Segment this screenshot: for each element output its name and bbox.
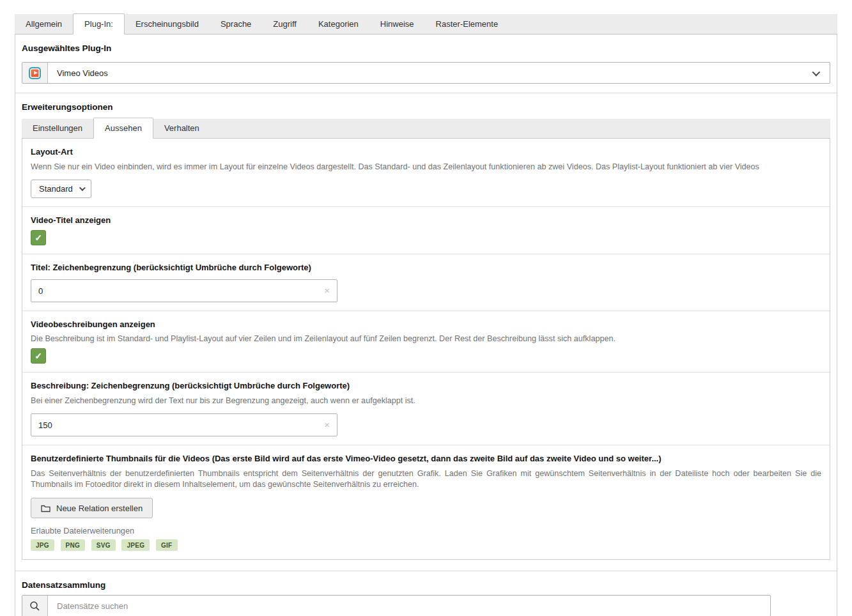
folder-icon [41,504,50,512]
video-description-label: Videobeschreibungen anzeigen [31,320,821,329]
thumbnails-label: Benutzerdefinierte Thumbnails für die Vi… [31,454,821,463]
file-extension-badge: GIF [156,539,178,551]
file-extension-badge: JPEG [121,539,150,551]
plugin-select-value-area[interactable]: Vimeo Videos [48,63,830,83]
allowed-extensions-label: Erlaubte Dateierweiterungen [31,526,821,535]
tab-kategorien[interactable]: Kategorien [307,14,369,34]
checkmark-icon: ✓ [35,351,42,361]
description-limit-field-wrap: × [31,413,337,436]
record-search-input[interactable] [57,601,761,611]
record-search-group [22,595,771,616]
layout-description: Wenn Sie nur ein Video einbinden, wird e… [31,162,821,173]
title-limit-label: Titel: Zeichenbegrenzung (berücksichtigt… [31,263,821,272]
tab-erscheinungsbild[interactable]: Erscheinungsbild [125,14,210,34]
tab-hinweise[interactable]: Hinweise [369,14,425,34]
file-extension-badge: SVG [91,539,116,551]
video-title-option: Video-Titel anzeigen ✓ [22,207,830,254]
title-limit-field-wrap: × [31,279,337,302]
vimeo-plugin-icon [29,67,41,79]
outer-tab-bar: Allgemein Plug-In: Erscheinungsbild Spra… [15,14,837,35]
plug-in-tab-panel: Ausgewähltes Plug-In Vimeo Videos Erweit… [15,35,837,616]
content-element-form: Allgemein Plug-In: Erscheinungsbild Spra… [15,14,837,616]
file-extension-badge: JPG [31,539,54,551]
search-icon [29,601,40,612]
extension-options-tabset: Einstellungen Aussehen Verhalten Layout-… [22,119,830,560]
clear-icon[interactable]: × [324,285,330,296]
inner-tab-bar: Einstellungen Aussehen Verhalten [22,119,830,139]
tab-sprache[interactable]: Sprache [210,14,262,34]
chevron-down-icon [812,68,821,77]
tab-raster-elemente[interactable]: Raster-Elemente [425,14,509,34]
layout-option: Layout-Art Wenn Sie nur ein Video einbin… [22,139,830,207]
thumbnails-description: Das Seitenverhältnis der benutzerdefinie… [31,468,821,490]
video-description-option: Videobeschreibungen anzeigen Die Beschre… [22,311,830,373]
tab-aussehen[interactable]: Aussehen [93,118,153,139]
aussehen-tab-panel: Layout-Art Wenn Sie nur ein Video einbin… [22,139,830,560]
checkmark-icon: ✓ [35,233,42,243]
record-collection-section: Datensatzsammlung [15,571,837,616]
video-title-label: Video-Titel anzeigen [31,215,821,225]
search-icon-cell [22,596,48,616]
allowed-extensions-badges: JPG PNG SVG JPEG GIF [31,539,821,551]
video-description-description: Die Beschreibung ist im Standard- und Pl… [31,334,821,344]
layout-select[interactable]: Standard [31,180,91,198]
tab-zugriff[interactable]: Zugriff [262,14,307,34]
layout-label: Layout-Art [31,147,821,157]
create-relation-button[interactable]: Neue Relation erstellen [31,498,153,518]
selected-plugin-heading: Ausgewähltes Plug-In [22,43,830,54]
file-extension-badge: PNG [61,539,86,551]
record-collection-heading: Datensatzsammlung [22,580,830,590]
description-limit-input[interactable] [31,413,337,436]
record-search-field[interactable] [48,596,770,616]
description-limit-description: Bei einer Zeichenbegrenzung wird der Tex… [31,396,821,406]
title-limit-option: Titel: Zeichenbegrenzung (berücksichtigt… [22,254,830,311]
description-limit-label: Beschreibung: Zeichenbegrenzung (berücks… [31,381,821,390]
create-relation-button-label: Neue Relation erstellen [56,504,143,513]
video-description-checkbox[interactable]: ✓ [31,348,46,364]
chevron-down-icon [79,185,86,191]
title-limit-input[interactable] [31,279,337,302]
clear-icon[interactable]: × [324,419,330,431]
thumbnails-option: Benutzerdefinierte Thumbnails für die Vi… [22,445,830,559]
layout-select-value: Standard [39,184,73,194]
description-limit-option: Beschreibung: Zeichenbegrenzung (berücks… [22,373,830,445]
tab-allgemein[interactable]: Allgemein [15,14,73,34]
plugin-select[interactable]: Vimeo Videos [22,62,830,84]
tab-plug-in[interactable]: Plug-In: [73,13,125,35]
selected-plugin-section: Ausgewähltes Plug-In Vimeo Videos [15,35,837,93]
extension-options-heading: Erweiterungsoptionen [22,102,830,112]
extension-options-section: Erweiterungsoptionen Einstellungen Ausse… [15,93,837,571]
video-title-checkbox[interactable]: ✓ [31,230,46,245]
plugin-select-value: Vimeo Videos [57,68,108,78]
tab-einstellungen[interactable]: Einstellungen [22,118,93,138]
tab-verhalten[interactable]: Verhalten [153,118,210,138]
plugin-icon-cell [22,63,48,83]
